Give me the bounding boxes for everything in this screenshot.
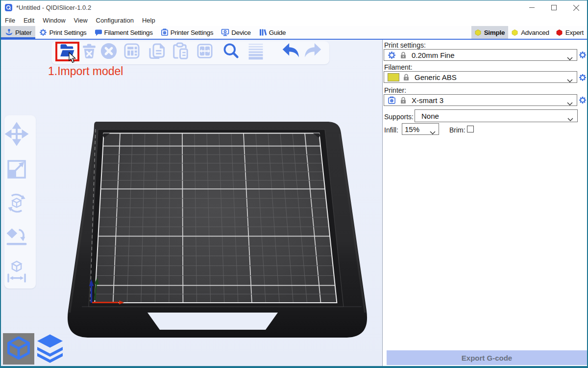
app-window: *Untitled - QIDISlicer-1.0.2 File Edit W… xyxy=(0,0,588,368)
main-content: 1.Import model xyxy=(1,40,587,366)
3d-editor-view-button[interactable] xyxy=(3,333,34,365)
tab-filament-settings-label: Filament Settings xyxy=(104,29,153,36)
print-settings-gear-button[interactable] xyxy=(579,51,587,59)
tab-printer-settings-label: Printer Settings xyxy=(171,29,214,36)
copy-button[interactable] xyxy=(148,42,166,60)
supports-dropdown[interactable]: None xyxy=(415,109,578,122)
3d-editor-view-icon xyxy=(5,335,32,363)
tab-print-settings-label: Print Settings xyxy=(49,29,86,36)
window-controls xyxy=(521,0,587,15)
mouse-cursor xyxy=(69,52,77,64)
menu-edit[interactable]: Edit xyxy=(20,15,39,26)
tab-plater[interactable]: Plater xyxy=(1,26,35,39)
mode-expert-label: Expert xyxy=(565,29,584,36)
arrange-button[interactable] xyxy=(123,42,141,60)
mode-advanced-label: Advanced xyxy=(521,29,549,36)
export-gcode-button[interactable]: Export G-code xyxy=(387,350,587,365)
mode-advanced[interactable]: Advanced xyxy=(508,26,553,39)
printer-gear-button[interactable] xyxy=(579,96,587,104)
supports-value: None xyxy=(421,112,439,120)
mode-expert[interactable]: Expert xyxy=(553,26,587,39)
menu-file[interactable]: File xyxy=(1,15,20,26)
import-annotation: 1.Import model xyxy=(48,65,123,78)
variable-layer-height-button[interactable] xyxy=(247,42,265,60)
paste-icon xyxy=(170,41,190,61)
search-button[interactable] xyxy=(222,42,240,60)
preview-view-button[interactable] xyxy=(34,333,66,365)
filament-dropdown[interactable]: Generic ABS xyxy=(384,71,577,83)
menu-help[interactable]: Help xyxy=(138,15,160,26)
print-settings-icon xyxy=(39,28,47,36)
bed-handle-notch xyxy=(147,313,278,330)
print-bed xyxy=(1,40,382,366)
tab-filament-settings[interactable]: Filament Settings xyxy=(91,26,157,39)
filament-gear-button[interactable] xyxy=(579,74,587,81)
delete-button[interactable] xyxy=(80,42,98,60)
brim-label: Brim: xyxy=(449,126,466,134)
tab-print-settings[interactable]: Print Settings xyxy=(35,26,90,39)
tab-device[interactable]: Device xyxy=(217,26,254,39)
title-bar: *Untitled - QIDISlicer-1.0.2 xyxy=(1,0,587,15)
printer-icon xyxy=(388,96,396,105)
delete-icon xyxy=(79,41,99,61)
menu-window[interactable]: Window xyxy=(39,15,70,26)
infill-dropdown[interactable]: 15% xyxy=(402,123,439,135)
plater-icon xyxy=(5,28,13,36)
copy-icon xyxy=(147,41,167,61)
infill-label: Infill: xyxy=(384,126,398,134)
redo-button[interactable] xyxy=(304,42,321,60)
printer-label: Printer: xyxy=(384,86,406,94)
undo-button[interactable] xyxy=(282,42,300,60)
menu-configuration[interactable]: Configuration xyxy=(92,15,138,26)
move-icon xyxy=(4,122,29,146)
mode-simple-label: Simple xyxy=(484,29,505,36)
device-icon xyxy=(221,28,229,36)
mode-simple[interactable]: Simple xyxy=(471,26,508,39)
expert-mode-icon xyxy=(556,29,563,36)
print-profile-gear-icon xyxy=(388,51,396,59)
move-button[interactable] xyxy=(6,123,27,145)
printer-value: X-smart 3 xyxy=(412,96,443,105)
place-on-face-button[interactable] xyxy=(6,226,27,248)
split-button[interactable] xyxy=(196,42,214,60)
close-button[interactable] xyxy=(565,0,587,15)
chevron-down-icon xyxy=(430,128,436,136)
chevron-down-icon xyxy=(567,114,573,123)
brim-checkbox[interactable] xyxy=(467,126,474,132)
printer-dropdown[interactable]: X-smart 3 xyxy=(384,94,577,106)
app-icon xyxy=(5,4,12,11)
mode-selector: Simple Advanced Expert xyxy=(471,26,587,39)
print-profile-dropdown[interactable]: 0.20mm Fine xyxy=(384,49,577,61)
advanced-mode-icon xyxy=(512,29,518,36)
tab-device-label: Device xyxy=(231,29,250,36)
minimize-button[interactable] xyxy=(521,0,543,15)
tab-bar: Plater Print Settings Filament S xyxy=(1,26,587,39)
menu-view[interactable]: View xyxy=(70,15,92,26)
paste-button[interactable] xyxy=(171,42,189,60)
filament-color-swatch xyxy=(388,73,399,81)
place-on-face-icon xyxy=(4,225,29,249)
rotate-button[interactable] xyxy=(6,192,27,214)
print-settings-label: Print settings: xyxy=(384,41,426,49)
print-profile-value: 0.20mm Fine xyxy=(412,51,455,59)
infill-value: 15% xyxy=(405,125,419,133)
split-icon xyxy=(195,41,215,61)
tab-printer-settings[interactable]: Printer Settings xyxy=(157,26,218,39)
maximize-button[interactable] xyxy=(543,0,565,15)
redo-icon xyxy=(301,40,324,62)
lock-icon xyxy=(403,74,409,81)
window-title: *Untitled - QIDISlicer-1.0.2 xyxy=(16,4,91,11)
tab-plater-label: Plater xyxy=(15,29,31,36)
chevron-down-icon xyxy=(567,76,573,84)
delete-all-button[interactable] xyxy=(100,42,118,60)
lock-icon xyxy=(400,97,406,104)
filament-settings-icon xyxy=(95,28,102,36)
3d-viewport[interactable]: 1.Import model xyxy=(1,40,382,366)
measure-button[interactable] xyxy=(6,261,27,282)
tab-guide[interactable]: Guide xyxy=(255,26,290,39)
rotate-icon xyxy=(4,191,29,215)
scale-button[interactable] xyxy=(6,158,27,180)
measure-icon xyxy=(4,259,29,284)
chevron-down-icon xyxy=(567,53,573,62)
filament-label: Filament: xyxy=(384,63,413,71)
